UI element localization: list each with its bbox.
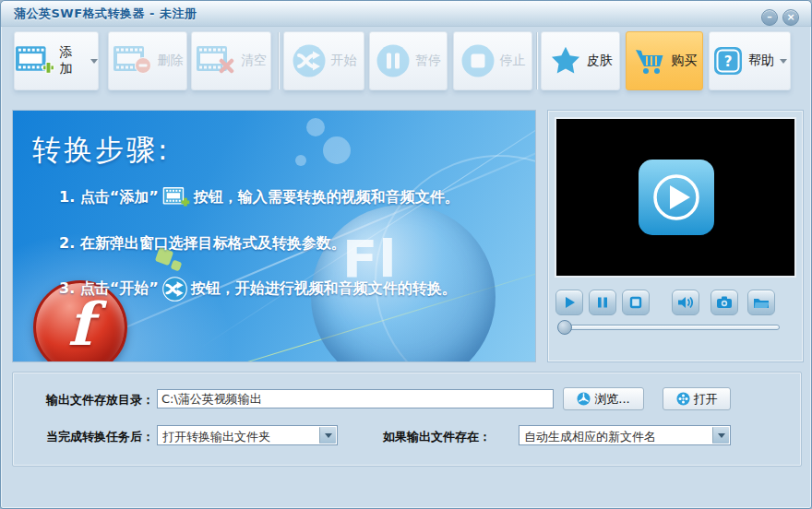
film-delete-icon bbox=[113, 45, 153, 77]
buy-button[interactable]: 购买 bbox=[626, 31, 703, 90]
svg-text:?: ? bbox=[724, 53, 733, 70]
clear-button-label: 清空 bbox=[241, 53, 267, 69]
play-icon bbox=[561, 294, 578, 311]
delete-button[interactable]: 删除 bbox=[108, 31, 187, 90]
step-3: 3. 点击“开始” 按钮，开始进行视频和音频文件的转换。 bbox=[59, 277, 457, 302]
step-2-text: 2. 在新弹出窗口选择目标格式及转换参数。 bbox=[59, 234, 346, 254]
bokeh-dot bbox=[295, 155, 306, 166]
chevron-down-icon bbox=[325, 433, 332, 438]
stop-icon bbox=[460, 43, 496, 78]
step-1: 1. 点击“添加” 按钮，输入需要转换的视频和音频文件。 bbox=[59, 186, 460, 208]
instructions-panel: Fl f 转换步骤: 1. 点击“添加” bbox=[12, 110, 536, 362]
title-bar: 蒲公英SWF格式转换器 - 未注册 – × bbox=[1, 1, 811, 27]
step-1-prefix: 1. 点击“添加” bbox=[59, 188, 159, 207]
film-reel-icon bbox=[676, 392, 690, 406]
window-title: 蒲公英SWF格式转换器 - 未注册 bbox=[14, 6, 197, 22]
add-button[interactable]: 添加 bbox=[14, 31, 99, 90]
after-task-value: 打开转换输出文件夹 bbox=[162, 429, 270, 445]
after-task-combobox[interactable]: 打开转换输出文件夹 bbox=[157, 425, 338, 445]
output-dir-input[interactable] bbox=[157, 389, 554, 408]
bokeh-dot bbox=[323, 136, 351, 164]
pause-button-label: 暂停 bbox=[415, 53, 441, 69]
help-button[interactable]: ? 帮助 bbox=[709, 31, 791, 90]
film-add-icon bbox=[15, 45, 54, 77]
start-button[interactable]: 开始 bbox=[283, 31, 364, 90]
toolbar-separator bbox=[536, 32, 537, 89]
convert-start-inline-icon bbox=[162, 277, 187, 302]
seek-slider[interactable] bbox=[558, 325, 780, 330]
skin-button[interactable]: 皮肤 bbox=[541, 31, 620, 90]
minimize-button[interactable]: – bbox=[761, 9, 778, 26]
chevron-down-icon bbox=[90, 59, 98, 64]
stop-icon bbox=[627, 294, 644, 311]
browse-button-label: 浏览... bbox=[594, 391, 629, 408]
chevron-down-icon bbox=[718, 433, 725, 438]
output-settings-panel: 输出文件存放目录： 浏览... 打开 当完成转换任务后： 打开转换输出文 bbox=[12, 372, 802, 467]
convert-start-icon bbox=[292, 43, 327, 78]
film-clear-icon bbox=[196, 45, 236, 77]
video-preview bbox=[555, 117, 796, 278]
chevron-down-icon bbox=[780, 59, 787, 64]
player-stop-button[interactable] bbox=[622, 290, 650, 315]
camera-icon bbox=[715, 294, 734, 311]
pause-icon bbox=[594, 294, 611, 311]
after-task-label: 当完成转换任务后： bbox=[46, 429, 154, 445]
open-button[interactable]: 打开 bbox=[663, 387, 731, 410]
play-overlay-button[interactable] bbox=[637, 158, 716, 237]
toolbar-separator bbox=[278, 32, 279, 89]
player-snapshot-button[interactable] bbox=[710, 290, 738, 315]
steps-title: 转换步骤: bbox=[32, 131, 170, 170]
player-volume-button[interactable] bbox=[672, 290, 699, 315]
pause-icon bbox=[376, 43, 411, 78]
clear-button[interactable]: 清空 bbox=[191, 31, 271, 90]
stop-button-label: 停止 bbox=[500, 53, 526, 69]
buy-button-label: 购买 bbox=[672, 53, 698, 69]
help-icon: ? bbox=[712, 45, 744, 77]
file-exists-value: 自动生成相应的新文件名 bbox=[524, 429, 656, 445]
browse-button[interactable]: 浏览... bbox=[563, 387, 644, 410]
file-exists-label: 如果输出文件存在： bbox=[383, 429, 491, 445]
close-button[interactable]: × bbox=[782, 9, 799, 26]
step-1-suffix: 按钮，输入需要转换的视频和音频文件。 bbox=[194, 188, 460, 207]
file-exists-combobox[interactable]: 自动生成相应的新文件名 bbox=[519, 425, 731, 445]
stop-button[interactable]: 停止 bbox=[453, 31, 532, 90]
preview-panel bbox=[547, 110, 804, 362]
film-add-inline-icon bbox=[162, 186, 190, 208]
toolbar: 添加 删除 bbox=[1, 27, 811, 99]
delete-button-label: 删除 bbox=[158, 53, 184, 69]
combo-arrow-button[interactable] bbox=[319, 427, 336, 444]
pause-button[interactable]: 暂停 bbox=[369, 31, 448, 90]
app-window: 蒲公英SWF格式转换器 - 未注册 – × bbox=[0, 0, 812, 509]
step-3-prefix: 3. 点击“开始” bbox=[59, 279, 159, 299]
player-play-button[interactable] bbox=[555, 290, 583, 315]
add-button-label: 添加 bbox=[59, 44, 85, 77]
big-play-icon bbox=[637, 158, 716, 237]
player-folder-button[interactable] bbox=[747, 290, 775, 315]
cart-icon bbox=[632, 44, 667, 77]
player-pause-button[interactable] bbox=[589, 290, 616, 315]
player-controls bbox=[548, 290, 805, 317]
help-button-label: 帮助 bbox=[748, 53, 774, 69]
skin-button-label: 皮肤 bbox=[587, 53, 613, 69]
open-button-label: 打开 bbox=[694, 391, 718, 408]
bokeh-dot bbox=[306, 118, 325, 136]
step-2: 2. 在新弹出窗口选择目标格式及转换参数。 bbox=[59, 234, 346, 254]
combo-arrow-button[interactable] bbox=[712, 427, 729, 444]
start-button-label: 开始 bbox=[331, 53, 357, 69]
browse-icon bbox=[577, 392, 591, 406]
speaker-icon bbox=[676, 294, 695, 311]
star-icon bbox=[549, 44, 582, 77]
folder-icon bbox=[752, 294, 770, 311]
output-dir-label: 输出文件存放目录： bbox=[46, 392, 154, 408]
seek-slider-thumb[interactable] bbox=[557, 320, 572, 335]
step-3-suffix: 按钮，开始进行视频和音频文件的转换。 bbox=[191, 279, 457, 299]
